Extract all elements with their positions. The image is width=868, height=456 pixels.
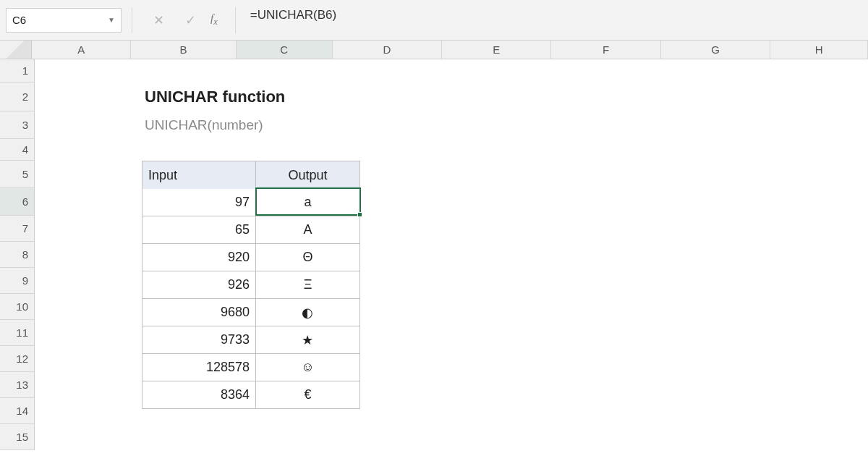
column-headers: A B C D E F G H	[0, 41, 868, 59]
cell-b9[interactable]: 926	[142, 271, 256, 298]
header-output[interactable]: Output	[256, 161, 359, 189]
row-header-3[interactable]: 3	[0, 111, 35, 139]
name-box-value: C6	[12, 14, 108, 26]
col-header-g[interactable]: G	[661, 41, 770, 59]
row-header-4[interactable]: 4	[0, 139, 35, 161]
cell-c6[interactable]: a	[256, 189, 359, 216]
table-row: 65 A	[142, 216, 359, 244]
cell-b12[interactable]: 128578	[142, 354, 256, 381]
cell-b10[interactable]: 9680	[142, 299, 256, 326]
row-header-14[interactable]: 14	[0, 398, 35, 424]
col-header-e[interactable]: E	[442, 41, 551, 59]
row-header-11[interactable]: 11	[0, 320, 35, 346]
table-row: 926 Ξ	[142, 271, 359, 299]
cell-b2[interactable]: UNICHAR function	[145, 83, 285, 111]
cell-b8[interactable]: 920	[142, 244, 256, 271]
col-header-h[interactable]: H	[770, 41, 868, 59]
row-header-10[interactable]: 10	[0, 294, 35, 320]
row-header-5[interactable]: 5	[0, 161, 35, 188]
cell-b6[interactable]: 97	[142, 189, 256, 216]
select-all-corner[interactable]	[0, 41, 32, 59]
name-box[interactable]: C6 ▼	[6, 8, 122, 33]
cell-b11[interactable]: 9733	[142, 326, 256, 353]
row-headers: 1 2 3 4 5 6 7 8 9 10 11 12 13 14 15	[0, 59, 35, 456]
row-header-7[interactable]: 7	[0, 216, 35, 242]
cell-c9[interactable]: Ξ	[256, 271, 359, 298]
table-row: 9733 ★	[142, 326, 359, 354]
col-header-d[interactable]: D	[333, 41, 442, 59]
formula-input[interactable]: =UNICHAR(B6)	[246, 8, 862, 33]
cancel-icon[interactable]: ✕	[148, 9, 169, 31]
row-header-8[interactable]: 8	[0, 242, 35, 268]
cell-b7[interactable]: 65	[142, 216, 256, 243]
row-header-2[interactable]: 2	[0, 83, 35, 111]
cell-canvas[interactable]: UNICHAR function UNICHAR(number) Input O…	[35, 59, 868, 456]
col-header-c[interactable]: C	[237, 41, 333, 59]
cell-c12[interactable]: ☺	[256, 354, 359, 381]
table-row: 8364 €	[142, 381, 359, 408]
row-header-1[interactable]: 1	[0, 59, 35, 83]
fx-icon[interactable]: fx	[210, 12, 218, 28]
row-header-13[interactable]: 13	[0, 372, 35, 398]
cell-c11[interactable]: ★	[256, 326, 359, 353]
chevron-down-icon[interactable]: ▼	[108, 16, 115, 24]
row-header-15[interactable]: 15	[0, 424, 35, 450]
header-input[interactable]: Input	[142, 161, 256, 189]
cell-c8[interactable]: Θ	[256, 244, 359, 271]
data-table: Input Output 97 a 65 A 920 Θ 926 Ξ	[142, 161, 360, 409]
cell-b13[interactable]: 8364	[142, 381, 256, 408]
separator	[235, 7, 236, 33]
table-row: 97 a	[142, 189, 359, 216]
formula-bar: C6 ▼ ✕ ✓ fx =UNICHAR(B6)	[0, 0, 868, 41]
cell-c7[interactable]: A	[256, 216, 359, 243]
table-row: 128578 ☺	[142, 354, 359, 381]
separator	[132, 7, 132, 33]
spreadsheet-grid: A B C D E F G H 1 2 3 4 5 6 7 8 9 10 11 …	[0, 41, 868, 456]
confirm-icon[interactable]: ✓	[180, 9, 200, 31]
col-header-f[interactable]: F	[551, 41, 660, 59]
col-header-a[interactable]: A	[32, 41, 131, 59]
cell-c13[interactable]: €	[256, 381, 359, 408]
table-row: 920 Θ	[142, 244, 359, 271]
table-header-row: Input Output	[142, 161, 359, 189]
cell-b3[interactable]: UNICHAR(number)	[145, 111, 263, 139]
row-header-6[interactable]: 6	[0, 188, 35, 216]
row-header-9[interactable]: 9	[0, 268, 35, 294]
cell-c10[interactable]: ◐	[256, 299, 359, 326]
table-row: 9680 ◐	[142, 299, 359, 326]
col-header-b[interactable]: B	[131, 41, 237, 59]
row-header-12[interactable]: 12	[0, 346, 35, 372]
